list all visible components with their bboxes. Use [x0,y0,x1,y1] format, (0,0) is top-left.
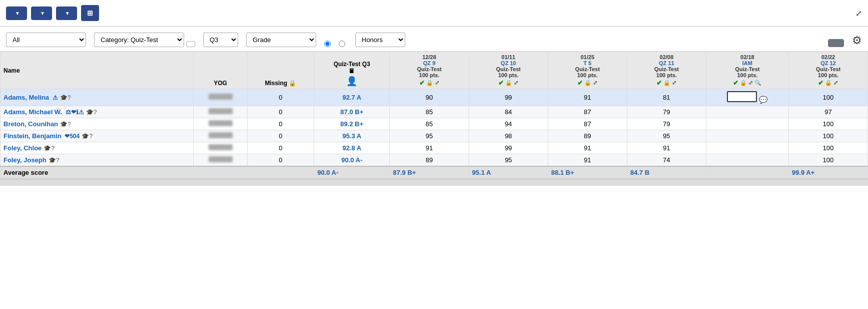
col-header-yog: YOG [194,52,247,89]
d0111-cell: 94 [469,118,548,130]
blurred-yog [209,144,233,150]
class-select[interactable]: Honors [355,33,405,47]
avg-0208: 84.7 B [627,166,706,179]
blurred-yog [209,132,233,138]
student-name-cell[interactable]: Adams, Michael W. ⚖❤ℹ⚠🎓? [1,106,194,118]
qt-q3-cell: 89.2 B+ [314,118,390,130]
student-icon: 🎓? [86,109,97,116]
d0208-cell: 79 [627,118,706,130]
horizontal-scrollbar[interactable] [0,179,868,186]
d0208-cell: 74 [627,154,706,167]
ellipsis-button[interactable] [186,41,195,47]
d0111-cell: 95 [469,154,548,167]
term-select[interactable]: Q3 [203,33,238,47]
grade-columns-select[interactable]: Category: Quiz-Test [94,33,184,47]
avg-0222: 99.9 A+ [788,166,867,179]
qt-q3-cell: 87.0 B+ [314,106,390,118]
avg-0125: 88.1 B+ [548,166,627,179]
average-row: Average score 90.0 A- 87.9 B+ 95.1 A 88.… [1,166,868,179]
reports-button[interactable]: ▼ [31,7,52,20]
expand-icon: ⤢ [514,80,518,86]
withdrawn-radio[interactable] [339,41,345,47]
options-button[interactable]: ▼ [6,7,27,20]
options-caret-icon: ▼ [15,11,20,16]
enrolled-radio-item [324,41,333,47]
enrolled-radio[interactable] [324,41,331,47]
d0208-cell: 79 [627,106,706,118]
d0218-cell[interactable]: 💬 [706,89,788,106]
display-select[interactable]: Grade [246,33,316,47]
student-name-cell[interactable]: Adams, Melina ⚠🎓? [1,89,194,106]
blurred-yog [209,94,233,100]
d0125-cell: 91 [548,89,627,106]
students-select[interactable]: All [6,33,86,47]
avg-0111: 95.1 A [469,166,548,179]
d0222-cell: 100 [788,154,867,167]
d0222-cell: 100 [788,130,867,142]
student-icon: 🎓? [44,145,55,152]
d0222-cell: 97 [788,106,867,118]
avg-1228: 87.9 B+ [390,166,469,179]
student-icon: 🎓? [60,94,71,101]
student-name-cell[interactable]: Finstein, Benjamin ❤504🎓? [1,130,194,142]
d0208-cell: 81 [627,89,706,106]
blurred-yog [209,120,233,126]
name-icons: ⚖❤ℹ⚠ [66,109,84,116]
table-row: Foley, Joseph🎓?090.0 A-89959174100 [1,154,868,167]
grade-table-container: Name YOG Missing 🔒 Quiz-Test Q3 🖩 👤 12/2… [0,52,868,179]
missing-cell: 0 [247,89,314,106]
table-row: Adams, Michael W. ⚖❤ℹ⚠🎓?087.0 B+85848779… [1,106,868,118]
check-icon: ✔ [577,79,583,87]
expand-icon: ⤢ [593,80,597,86]
d0111-cell: 99 [469,142,548,154]
d0218-cell [706,154,788,167]
person-icon: 👤 [346,76,357,86]
d1228-cell: 91 [390,142,469,154]
avg-0218 [706,166,788,179]
score-input-box[interactable] [727,91,757,102]
qt-q3-cell: 92.8 A [314,142,390,154]
col-header-missing: Missing 🔒 [247,52,314,89]
gear-button[interactable]: ⚙ [852,34,862,47]
col-header-1228: 12/28 QZ 9 Quiz-Test 100 pts. ✔ 🔒 ⤢ [390,52,469,89]
missing-cell: 0 [247,118,314,130]
help-caret-icon: ▼ [65,11,70,16]
col-name-label: Name [4,67,20,74]
add-assignment-button[interactable] [828,39,844,47]
student-icon: 🎓? [60,121,71,128]
col-header-0218: 02/18 IAM Quiz-Test 100 pts. ✔ 🔒 ⤢ 🔍 [706,52,788,89]
comment-icon[interactable]: 💬 [757,96,767,104]
name-icons: ❤504 [65,133,80,140]
average-label: Average score [1,166,314,179]
student-name-cell[interactable]: Breton, Counihan🎓? [1,118,194,130]
qt-q3-cell: 92.7 A [314,89,390,106]
qt-q3-cell: 95.3 A [314,130,390,142]
col-header-0111: 01/11 QZ 10 Quiz-Test 100 pts. ✔ 🔒 ⤢ [469,52,548,89]
d0208-cell: 91 [627,142,706,154]
help-button[interactable]: ▼ [56,7,77,20]
check-icon: ✔ [733,79,738,87]
col-header-0208: 02/08 QZ 11 Quiz-Test 100 pts. ✔ 🔒 ⤢ [627,52,706,89]
check-icon: ✔ [498,79,504,87]
student-name-cell[interactable]: Foley, Chloe🎓? [1,142,194,154]
d0218-cell [706,106,788,118]
d0218-cell [706,130,788,142]
missing-cell: 0 [247,154,314,167]
lock-icon: 🔒 [505,80,512,86]
d0222-cell: 100 [788,142,867,154]
student-name-cell[interactable]: Foley, Joseph🎓? [1,154,194,167]
yog-cell [194,154,247,167]
d0111-cell: 98 [469,130,548,142]
missing-cell: 0 [247,106,314,118]
grade-columns-filter: Category: Quiz-Test [94,31,195,47]
d0208-cell: 95 [627,130,706,142]
gear-icon: ⚙ [852,34,862,47]
grid-button[interactable]: ⊞ [81,5,99,21]
d1228-cell: 85 [390,106,469,118]
term-filter: Q3 [203,31,238,47]
expand-icon: ⤢ [833,80,838,86]
lock-icon: 🔒 [663,80,670,86]
avg-qt-q3: 90.0 A- [314,166,390,179]
col-header-0222: 02/22 QZ 12 Quiz-Test 100 pts. ✔ 🔒 ⤢ [788,52,867,89]
d1228-cell: 85 [390,118,469,130]
